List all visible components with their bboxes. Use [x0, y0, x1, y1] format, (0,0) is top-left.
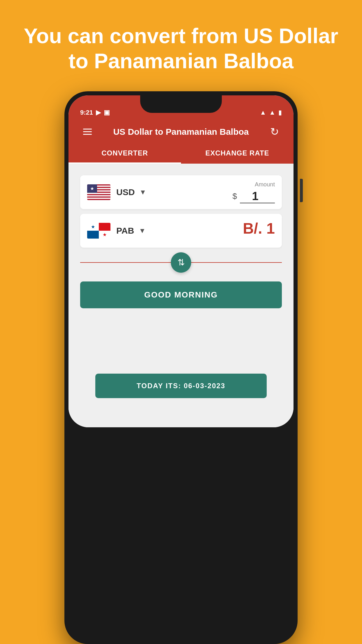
signal-icon: ▲ — [269, 109, 275, 116]
today-button[interactable]: TODAY ITS: 06-03-2023 — [95, 374, 267, 398]
tab-exchange-rate[interactable]: EXCHANGE RATE — [181, 144, 294, 164]
divider-line-left — [80, 262, 174, 263]
good-morning-button[interactable]: GOOD MORNING — [80, 281, 282, 308]
phone-side-button — [300, 179, 303, 202]
status-bar: 9:21 ▶ ▣ ▲ ▲ ▮ — [68, 95, 294, 119]
svg-text:★: ★ — [90, 186, 94, 191]
divider-row: ⇅ — [80, 252, 282, 273]
status-time: 9:21 — [80, 109, 93, 116]
svg-rect-11 — [87, 231, 99, 239]
swap-icon: ⇅ — [178, 257, 185, 267]
tab-bar: CONVERTER EXCHANGE RATE — [68, 139, 294, 164]
result-section: B/. 1 — [146, 220, 275, 237]
from-currency-row: ★ USD ▼ Amount $ — [80, 175, 282, 209]
phone-outer: 9:21 ▶ ▣ ▲ ▲ ▮ US Dollar to Panamanian B… — [64, 91, 298, 644]
svg-rect-10 — [99, 223, 110, 231]
phone-wrapper: 9:21 ▶ ▣ ▲ ▲ ▮ US Dollar to Panamanian B… — [50, 91, 312, 644]
from-currency-dropdown[interactable]: ▼ — [139, 188, 146, 196]
notch — [140, 95, 222, 113]
status-right: ▲ ▲ ▮ — [260, 109, 282, 116]
refresh-button[interactable]: ↻ — [267, 125, 282, 139]
battery-icon: ▮ — [278, 109, 282, 116]
from-currency-symbol: $ — [232, 192, 237, 201]
svg-text:★: ★ — [103, 232, 107, 237]
to-currency-dropdown[interactable]: ▼ — [139, 227, 146, 235]
hamburger-line-1 — [83, 129, 92, 130]
usd-flag: ★ — [87, 184, 110, 200]
tab-converter[interactable]: CONVERTER — [68, 144, 181, 164]
divider-line-right — [188, 262, 282, 263]
sim-icon: ▣ — [104, 109, 110, 116]
status-left: 9:21 ▶ ▣ — [80, 109, 110, 116]
hamburger-line-2 — [83, 131, 92, 132]
spacer — [80, 344, 282, 374]
to-currency-code: PAB — [116, 226, 134, 236]
converter-content: ★ USD ▼ Amount $ — [68, 164, 294, 339]
app-header: US Dollar to Panamanian Balboa ↻ — [68, 119, 294, 139]
amount-label: Amount — [255, 181, 275, 188]
pab-flag: ★ ★ — [87, 223, 110, 239]
amount-section: Amount $ — [146, 181, 275, 203]
phone-screen: 9:21 ▶ ▣ ▲ ▲ ▮ US Dollar to Panamanian B… — [68, 95, 294, 427]
from-currency-code: USD — [116, 187, 135, 197]
svg-text:★: ★ — [91, 224, 95, 229]
to-currency-row: ★ ★ PAB ▼ B/. 1 — [80, 214, 282, 248]
svg-rect-6 — [87, 197, 110, 199]
svg-rect-4 — [87, 193, 110, 194]
amount-input[interactable] — [240, 190, 275, 203]
bottom-spacer — [68, 410, 294, 427]
hero-text: You can convert from US Dollar to Panama… — [0, 0, 362, 91]
content-bottom: TODAY ITS: 06-03-2023 — [68, 339, 294, 410]
svg-rect-5 — [87, 195, 110, 196]
header-title: US Dollar to Panamanian Balboa — [101, 127, 261, 137]
play-icon: ▶ — [96, 109, 101, 116]
wifi-icon: ▲ — [260, 109, 266, 116]
result-value: B/. 1 — [243, 220, 275, 237]
swap-button[interactable]: ⇅ — [171, 252, 191, 273]
hamburger-line-3 — [83, 134, 92, 135]
menu-button[interactable] — [80, 126, 95, 138]
amount-input-row: $ — [232, 190, 275, 203]
